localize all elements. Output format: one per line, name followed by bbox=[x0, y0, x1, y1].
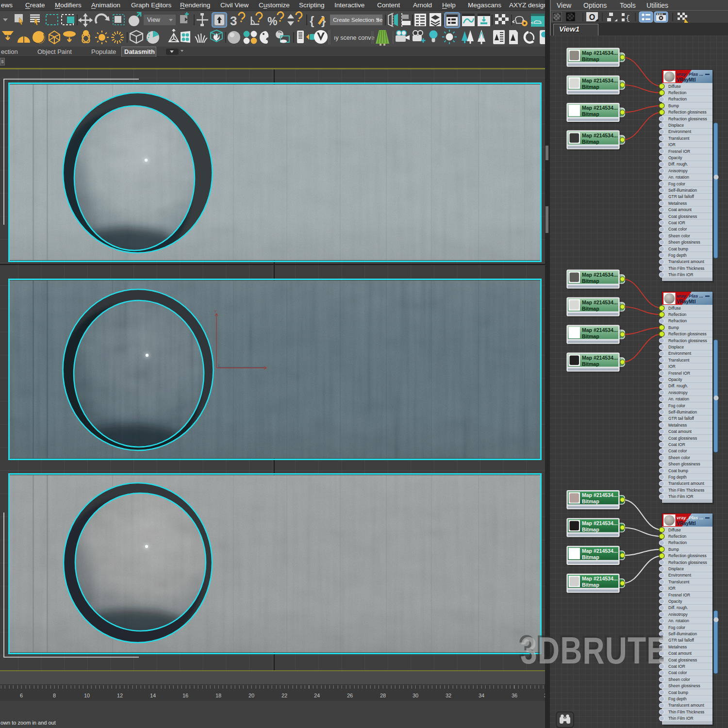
svg-text:An. rotation: An. rotation bbox=[668, 175, 689, 180]
svg-text:Sheen glossiness: Sheen glossiness bbox=[668, 462, 700, 466]
svg-text:Translucent: Translucent bbox=[668, 136, 690, 141]
svg-text:Map #214534...: Map #214534... bbox=[582, 327, 618, 333]
svg-text:{: { bbox=[626, 15, 630, 23]
svg-text:Bitmap: Bitmap bbox=[582, 498, 599, 504]
svg-text:Diffuse: Diffuse bbox=[668, 84, 681, 89]
svg-text:Map #214534...: Map #214534... bbox=[582, 78, 618, 83]
svg-text:Opacity: Opacity bbox=[668, 599, 682, 604]
svg-text:Fog depth: Fog depth bbox=[668, 475, 687, 480]
svg-text:Fog depth: Fog depth bbox=[668, 696, 687, 701]
svg-text:%: % bbox=[267, 15, 277, 28]
svg-text:VRayMtl: VRayMtl bbox=[677, 77, 696, 83]
svg-text:Map #214534...: Map #214534... bbox=[582, 105, 618, 111]
svg-text:Anisotropy: Anisotropy bbox=[668, 168, 688, 173]
svg-text:Sheen color: Sheen color bbox=[668, 233, 690, 238]
svg-text:Sheen glossiness: Sheen glossiness bbox=[668, 240, 700, 245]
svg-text:VRayMtl: VRayMtl bbox=[677, 299, 696, 304]
svg-text:Thin Film Thickness: Thin Film Thickness bbox=[668, 710, 704, 714]
svg-text:An. rotation: An. rotation bbox=[668, 397, 689, 401]
svg-text:Bitmap: Bitmap bbox=[582, 139, 599, 145]
svg-text:Bitmap: Bitmap bbox=[582, 554, 599, 560]
svg-text:Reflection: Reflection bbox=[668, 312, 687, 317]
svg-text:Self-illumination: Self-illumination bbox=[668, 410, 697, 414]
svg-text:Reflection glossiness: Reflection glossiness bbox=[668, 331, 707, 336]
svg-text:Coat glossiness: Coat glossiness bbox=[668, 214, 697, 219]
svg-text:Fresnel IOR: Fresnel IOR bbox=[668, 149, 690, 154]
svg-text:Map #214534...: Map #214534... bbox=[582, 272, 618, 278]
svg-text:Bitmap: Bitmap bbox=[582, 333, 599, 339]
svg-text:Thin Film IOR: Thin Film IOR bbox=[668, 494, 694, 499]
svg-text:Map #214534...: Map #214534... bbox=[582, 576, 618, 581]
svg-text:O: O bbox=[589, 13, 595, 21]
svg-text:Environment: Environment bbox=[668, 351, 692, 356]
svg-text:Refraction: Refraction bbox=[668, 318, 687, 323]
svg-text:Refraction glossiness: Refraction glossiness bbox=[668, 338, 707, 343]
svg-text:Anisotropy: Anisotropy bbox=[668, 390, 688, 395]
svg-text:Reflection glossiness: Reflection glossiness bbox=[668, 110, 707, 115]
svg-text:Opacity: Opacity bbox=[668, 155, 682, 160]
svg-text:Refraction: Refraction bbox=[668, 97, 687, 101]
svg-text:Coat color: Coat color bbox=[668, 227, 687, 232]
svg-text:Refraction glossiness: Refraction glossiness bbox=[668, 560, 707, 565]
svg-text:Coat color: Coat color bbox=[668, 670, 687, 675]
svg-text:Metalness: Metalness bbox=[668, 423, 687, 428]
svg-text:An. rotation: An. rotation bbox=[668, 618, 689, 623]
svg-text:Translucent amount: Translucent amount bbox=[668, 481, 704, 486]
svg-text:Bitmap: Bitmap bbox=[582, 84, 599, 90]
svg-text:vray_Plas ...: vray_Plas ... bbox=[677, 515, 703, 520]
svg-text:Sheen glossiness: Sheen glossiness bbox=[668, 683, 700, 688]
svg-text:Bitmap: Bitmap bbox=[582, 306, 599, 312]
svg-text:Coat color: Coat color bbox=[668, 448, 687, 453]
svg-text:GTR tail falloff: GTR tail falloff bbox=[668, 194, 695, 199]
svg-text:Map #214534...: Map #214534... bbox=[582, 492, 618, 498]
svg-text:Environment: Environment bbox=[668, 129, 692, 134]
svg-text:vray_Plas ...: vray_Plas ... bbox=[677, 293, 703, 298]
svg-text:Metalness: Metalness bbox=[668, 201, 687, 206]
svg-text:Fresnel IOR: Fresnel IOR bbox=[668, 371, 690, 376]
svg-text:Reflection: Reflection bbox=[668, 90, 687, 95]
svg-text:Coat bump: Coat bump bbox=[668, 247, 688, 251]
svg-text:vray_Plas ...: vray_Plas ... bbox=[677, 71, 703, 77]
svg-text:Map #214534...: Map #214534... bbox=[582, 520, 618, 526]
svg-text:3: 3 bbox=[230, 14, 237, 28]
svg-text:Coat amount: Coat amount bbox=[668, 429, 692, 434]
svg-text:Create Selection Se: Create Selection Se bbox=[333, 17, 382, 23]
svg-text:Map #214534...: Map #214534... bbox=[582, 50, 618, 56]
svg-text:IOR: IOR bbox=[668, 142, 676, 147]
svg-text:Coat amount: Coat amount bbox=[668, 207, 692, 212]
svg-text:Thin Film IOR: Thin Film IOR bbox=[668, 272, 694, 277]
svg-text:Bitmap: Bitmap bbox=[582, 278, 599, 284]
svg-text:View: View bbox=[147, 17, 161, 23]
svg-text:Reflection: Reflection bbox=[668, 534, 687, 539]
svg-text:Translucent amount: Translucent amount bbox=[668, 259, 704, 264]
svg-text:Coat bump: Coat bump bbox=[668, 468, 688, 473]
svg-text:IOR: IOR bbox=[668, 364, 676, 369]
svg-text:z: z bbox=[218, 364, 220, 367]
svg-text:IOR: IOR bbox=[668, 586, 676, 591]
svg-text:Bitmap: Bitmap bbox=[582, 582, 599, 588]
svg-text:Bitmap: Bitmap bbox=[582, 527, 599, 532]
svg-text:Thin Film IOR: Thin Film IOR bbox=[668, 716, 694, 721]
svg-text:Coat glossiness: Coat glossiness bbox=[668, 436, 697, 441]
svg-text:Map #214534...: Map #214534... bbox=[582, 355, 618, 361]
svg-text:Map #214534...: Map #214534... bbox=[582, 299, 618, 305]
svg-text:Fresnel IOR: Fresnel IOR bbox=[668, 593, 690, 597]
svg-text:Bump: Bump bbox=[668, 325, 679, 330]
svg-text:Anisotropy: Anisotropy bbox=[668, 612, 688, 617]
svg-text:Diffuse: Diffuse bbox=[668, 306, 681, 311]
svg-text:Translucent: Translucent bbox=[668, 358, 690, 363]
svg-text:Fog color: Fog color bbox=[668, 403, 685, 408]
svg-text:ıy scene conve: ıy scene conve bbox=[334, 34, 374, 41]
svg-text:{: { bbox=[310, 14, 314, 27]
svg-text:Diff. rough.: Diff. rough. bbox=[668, 605, 688, 610]
svg-text:Refraction: Refraction bbox=[668, 540, 687, 545]
svg-text:Map #214534...: Map #214534... bbox=[582, 548, 618, 554]
svg-text:Bitmap: Bitmap bbox=[582, 56, 599, 62]
svg-text:Thin Film Thickness: Thin Film Thickness bbox=[668, 266, 704, 271]
svg-text:Displace: Displace bbox=[668, 566, 684, 571]
svg-text:Sheen color: Sheen color bbox=[668, 455, 690, 460]
svg-text:Bitmap: Bitmap bbox=[582, 361, 599, 367]
svg-text:Bump: Bump bbox=[668, 103, 679, 108]
svg-text:GTR tail falloff: GTR tail falloff bbox=[668, 416, 695, 421]
svg-text:Diffuse: Diffuse bbox=[668, 528, 681, 532]
